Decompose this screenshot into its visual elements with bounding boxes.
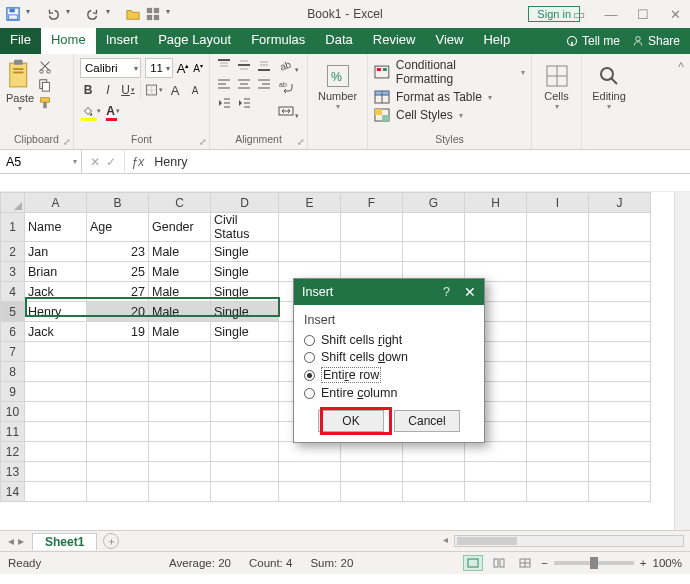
horizontal-scrollbar[interactable] [454, 535, 684, 547]
tab-data[interactable]: Data [315, 28, 362, 54]
decrease-font-icon[interactable]: A [187, 81, 203, 99]
row-header[interactable]: 4 [1, 282, 25, 302]
qat-customize-icon[interactable]: ▾ [166, 7, 180, 21]
clipboard-launcher-icon[interactable]: ⤢ [63, 137, 71, 147]
row-header[interactable]: 5 [1, 302, 25, 322]
conditional-formatting-button[interactable]: Conditional Formatting▾ [374, 58, 525, 86]
worksheet[interactable]: A B C D E F G H I J 1 Name Age Gender Ci… [0, 192, 690, 530]
increase-indent-icon[interactable] [236, 96, 252, 110]
fx-icon[interactable]: ƒx [125, 150, 150, 173]
dialog-close-icon[interactable]: ✕ [464, 284, 476, 300]
col-header[interactable]: I [527, 193, 589, 213]
cell-styles-button[interactable]: Cell Styles▾ [374, 108, 525, 122]
align-right-icon[interactable] [256, 77, 272, 91]
align-bottom-icon[interactable] [256, 58, 272, 72]
shrink-font-icon[interactable]: A▾ [193, 62, 203, 74]
col-header[interactable]: F [341, 193, 403, 213]
orientation-button[interactable]: ab▾ [278, 58, 299, 76]
enter-formula-icon[interactable]: ✓ [106, 155, 116, 169]
view-page-break-icon[interactable] [515, 555, 535, 571]
decrease-indent-icon[interactable] [216, 96, 232, 110]
view-page-layout-icon[interactable] [489, 555, 509, 571]
cancel-formula-icon[interactable]: ✕ [90, 155, 100, 169]
align-center-icon[interactable] [236, 77, 252, 91]
zoom-in-button[interactable]: + [640, 557, 647, 569]
bold-button[interactable]: B [80, 81, 96, 99]
wrap-text-button[interactable]: ab [278, 81, 299, 99]
new-sheet-button[interactable]: ＋ [103, 533, 119, 549]
align-top-icon[interactable] [216, 58, 232, 72]
underline-button[interactable]: U▾ [120, 81, 136, 99]
copy-icon[interactable] [38, 78, 52, 92]
row-header[interactable]: 6 [1, 322, 25, 342]
fill-color-button[interactable]: ▾ [80, 102, 101, 120]
undo-icon[interactable] [46, 7, 60, 21]
row-header[interactable]: 3 [1, 262, 25, 282]
tab-home[interactable]: Home [41, 28, 96, 54]
col-header[interactable]: G [403, 193, 465, 213]
ribbon-options-icon[interactable]: ▭ [568, 7, 590, 22]
font-color-button[interactable]: A▾ [105, 102, 121, 120]
name-box[interactable]: A5▾ [0, 150, 82, 173]
touch-mode-icon[interactable] [146, 7, 160, 21]
minimize-button[interactable]: — [600, 7, 622, 22]
opt-entire-row[interactable]: Entire row [304, 367, 474, 383]
zoom-out-button[interactable]: − [541, 557, 548, 569]
col-header[interactable]: D [211, 193, 279, 213]
cancel-button[interactable]: Cancel [394, 410, 460, 432]
select-all-corner[interactable] [1, 193, 25, 213]
dialog-titlebar[interactable]: Insert ? ✕ [294, 279, 484, 305]
cell[interactable]: Civil Status [211, 213, 279, 242]
cell[interactable]: Gender [149, 213, 211, 242]
zoom-level[interactable]: 100% [653, 557, 682, 569]
format-as-table-button[interactable]: Format as Table▾ [374, 90, 525, 104]
font-size-combo[interactable]: 11▾ [145, 58, 173, 78]
cell[interactable]: Name [25, 213, 87, 242]
alignment-launcher-icon[interactable]: ⤢ [297, 137, 305, 147]
vertical-scrollbar[interactable] [674, 192, 690, 530]
sheet-tab[interactable]: Sheet1 [32, 533, 97, 550]
cut-icon[interactable] [38, 60, 52, 74]
merge-center-button[interactable]: ▾ [278, 104, 299, 122]
view-normal-icon[interactable] [463, 555, 483, 571]
close-button[interactable]: ✕ [664, 7, 686, 22]
col-header[interactable]: B [87, 193, 149, 213]
sheet-prev-icon[interactable]: ◂ [8, 534, 14, 548]
italic-button[interactable]: I [100, 81, 116, 99]
editing-button[interactable]: Editing ▾ [588, 58, 630, 111]
tell-me[interactable]: Tell me [566, 34, 620, 48]
ok-button[interactable]: OK [318, 410, 384, 432]
increase-font-icon[interactable]: A [167, 81, 183, 99]
row-header[interactable]: 2 [1, 242, 25, 262]
formula-input[interactable]: Henry [150, 150, 690, 173]
col-header[interactable]: H [465, 193, 527, 213]
col-header[interactable]: C [149, 193, 211, 213]
align-middle-icon[interactable] [236, 58, 252, 72]
opt-entire-column[interactable]: Entire column [304, 386, 474, 400]
share-button[interactable]: Share [632, 34, 680, 48]
tab-insert[interactable]: Insert [96, 28, 149, 54]
borders-button[interactable]: ▾ [145, 81, 163, 99]
col-header[interactable]: J [589, 193, 651, 213]
sheet-next-icon[interactable]: ▸ [18, 534, 24, 548]
row-header[interactable]: 1 [1, 213, 25, 242]
tab-formulas[interactable]: Formulas [241, 28, 315, 54]
tab-file[interactable]: File [0, 28, 41, 54]
cell[interactable]: Age [87, 213, 149, 242]
align-left-icon[interactable] [216, 77, 232, 91]
dialog-help-icon[interactable]: ? [443, 285, 450, 299]
tab-review[interactable]: Review [363, 28, 426, 54]
maximize-button[interactable]: ☐ [632, 7, 654, 22]
open-icon[interactable] [126, 7, 140, 21]
tab-help[interactable]: Help [473, 28, 520, 54]
format-painter-icon[interactable] [38, 96, 52, 110]
opt-shift-right[interactable]: Shift cells right [304, 333, 474, 347]
font-name-combo[interactable]: Calibri▾ [80, 58, 141, 78]
col-header[interactable]: E [279, 193, 341, 213]
col-header[interactable]: A [25, 193, 87, 213]
opt-shift-down[interactable]: Shift cells down [304, 350, 474, 364]
zoom-slider[interactable] [554, 561, 634, 565]
cells-button[interactable]: Cells ▾ [538, 58, 575, 111]
save-icon[interactable] [6, 7, 20, 21]
redo-icon[interactable] [86, 7, 100, 21]
